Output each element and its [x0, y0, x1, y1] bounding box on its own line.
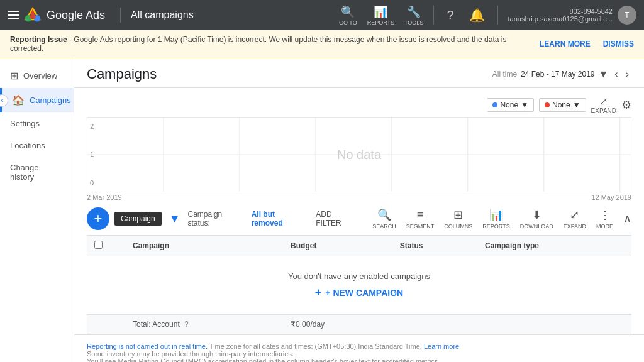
select-all-checkbox[interactable] [87, 236, 110, 256]
page-title: Campaigns [87, 66, 492, 82]
chart-date-end: 12 May 2019 [591, 194, 631, 201]
sidebar-item-overview[interactable]: ⊞ Overview [0, 63, 74, 88]
filter-label: Campaign status: [188, 210, 244, 228]
prev-date-button[interactable]: ‹ [612, 69, 620, 80]
toolbar-actions: 🔍 SEARCH ≡ SEGMENT ⊞ COLUMNS 📊 REPORTS [372, 208, 631, 229]
help-icon[interactable]: ? [447, 8, 453, 23]
more-icon: ⋮ [599, 208, 611, 222]
sidebar-item-change-history[interactable]: Change history [0, 156, 74, 188]
reports-icon: 📊 [374, 5, 387, 19]
toolbar-collapse-button[interactable]: ∧ [623, 212, 631, 226]
realtime-reporting-link[interactable]: Reporting is not carried out in real tim… [87, 343, 208, 350]
hamburger-menu[interactable] [8, 11, 19, 19]
filter-value[interactable]: All but removed [252, 210, 306, 228]
campaigns-table: Campaign Budget Status Campaign type You… [87, 236, 631, 334]
more-action[interactable]: ⋮ MORE [596, 208, 613, 229]
plus-icon: + [315, 286, 322, 299]
footer-line-2: Some inventory may be provided through t… [87, 350, 631, 358]
next-date-button[interactable]: › [623, 69, 631, 80]
segment-action[interactable]: ≡ SEGMENT [406, 209, 435, 229]
nav-divider [120, 8, 121, 23]
learn-more-footer-link[interactable]: Learn more [424, 343, 459, 350]
notifications-icon[interactable]: 🔔 [469, 8, 485, 23]
campaign-type-header: Campaign type [477, 236, 631, 256]
filter1-dot-icon [492, 102, 497, 107]
sidebar-item-locations[interactable]: Locations [0, 134, 74, 156]
chart-controls: None ▼ None ▼ ⤢ EXPAND ⚙ [87, 93, 631, 117]
page-header: Campaigns All time 24 Feb - 17 May 2019 … [74, 58, 644, 88]
total-label: Total: Account [133, 320, 180, 329]
date-navigation: ‹ › [612, 69, 631, 80]
add-filter-button[interactable]: ADD FILTER [316, 210, 357, 228]
campaign-header: Campaign [125, 236, 283, 256]
search-icon: 🔍 [377, 208, 391, 222]
chart-filter-1[interactable]: None ▼ [487, 98, 534, 112]
goto-tool[interactable]: 🔍 GO TO [339, 5, 357, 26]
chart-expand-button[interactable]: ⤢ EXPAND [591, 96, 616, 114]
campaigns-icon: 🏠 [12, 94, 25, 106]
no-campaigns-row: You don't have any enabled campaigns + +… [87, 256, 631, 315]
filter-icon[interactable]: ▼ [169, 212, 180, 226]
download-action[interactable]: ⬇ DOWNLOAD [520, 208, 553, 229]
learn-more-link[interactable]: LEARN MORE [540, 40, 591, 48]
dismiss-button[interactable]: DISMISS [603, 40, 634, 48]
nav-separator [433, 6, 434, 25]
tools-icon: 🔧 [407, 5, 421, 19]
expand-action[interactable]: ⤢ EXPAND [564, 208, 586, 229]
content-footer: Reporting is not carried out in real tim… [74, 334, 644, 362]
date-range-dropdown[interactable]: ▼ [599, 69, 609, 80]
sidebar-item-campaigns[interactable]: 🏠 Campaigns ‹ [0, 88, 74, 112]
reports-action[interactable]: 📊 REPORTS [482, 208, 509, 229]
reports-tool[interactable]: 📊 REPORTS [367, 5, 394, 26]
filter1-dropdown-icon: ▼ [521, 101, 528, 109]
segment-icon: ≡ [417, 209, 424, 222]
page-subtitle: All campaigns [131, 9, 334, 21]
total-budget: ₹0.00/day [283, 315, 392, 334]
no-data-label: No data [337, 148, 381, 162]
reports-bar-icon: 📊 [489, 208, 503, 222]
table-section: + Campaign ▼ Campaign status: All but re… [74, 202, 644, 334]
search-action[interactable]: 🔍 SEARCH [372, 208, 396, 229]
avatar: T [618, 6, 636, 25]
checkbox[interactable] [94, 241, 103, 249]
google-logo [24, 6, 42, 24]
total-row: Total: Account ? ₹0.00/day [87, 315, 631, 334]
add-campaign-button[interactable]: + [87, 207, 109, 230]
top-navigation: Google Ads All campaigns 🔍 GO TO 📊 REPOR… [0, 0, 644, 30]
date-range: All time 24 Feb - 17 May 2019 ▼ ‹ › [492, 69, 631, 80]
chart-filter-2[interactable]: None ▼ [539, 98, 586, 112]
alert-banner: Reporting Issue - Google Ads reporting f… [0, 30, 644, 58]
columns-action[interactable]: ⊞ COLUMNS [444, 208, 472, 229]
status-dot-col [110, 236, 125, 256]
chart-adjust-icon[interactable]: ⚙ [621, 98, 631, 112]
chart-area: 2 1 0 No data [87, 117, 631, 192]
alert-text: Reporting Issue - Google Ads reporting f… [10, 35, 530, 53]
user-info[interactable]: 802-894-5842 tanushri.p.saxena0125@gmail… [508, 6, 636, 25]
filter2-dot-icon [545, 102, 550, 107]
google-ads-logo-icon [24, 6, 42, 24]
chart-dates: 2 Mar 2019 12 May 2019 [87, 192, 631, 202]
help-circle-icon: ? [184, 320, 189, 329]
no-campaigns-message: You don't have any enabled campaigns + +… [94, 261, 624, 309]
nav-tools: 🔍 GO TO 📊 REPORTS 🔧 TOOLS ? 🔔 802-894-58… [339, 5, 636, 26]
chart-section: None ▼ None ▼ ⤢ EXPAND ⚙ 2 1 0 [74, 88, 644, 202]
chart-date-start: 2 Mar 2019 [87, 194, 122, 201]
campaign-tooltip: Campaign [114, 212, 162, 226]
download-icon: ⬇ [532, 208, 541, 222]
sidebar-collapse-button[interactable]: ‹ [0, 94, 8, 107]
main-content: Campaigns All time 24 Feb - 17 May 2019 … [74, 58, 644, 362]
app-title: Google Ads [47, 9, 105, 22]
footer-line-3: You'll see Media Rating Council (MRC) ac… [87, 358, 631, 362]
table-toolbar: + Campaign ▼ Campaign status: All but re… [87, 202, 631, 236]
sidebar-item-settings[interactable]: Settings [0, 112, 74, 134]
footer-line-1: Reporting is not carried out in real tim… [87, 343, 631, 350]
new-campaign-button[interactable]: + + NEW CAMPAIGN [315, 286, 403, 299]
status-header: Status [392, 236, 477, 256]
sidebar: ⊞ Overview 🏠 Campaigns ‹ Settings Locati… [0, 58, 74, 362]
budget-header: Budget [283, 236, 392, 256]
date-range-value: 24 Feb - 17 May 2019 [521, 70, 594, 79]
tools-tool[interactable]: 🔧 TOOLS [404, 5, 423, 26]
table-header-row: Campaign Budget Status Campaign type [87, 236, 631, 256]
expand-table-icon: ⤢ [570, 208, 579, 222]
columns-icon: ⊞ [453, 208, 463, 222]
